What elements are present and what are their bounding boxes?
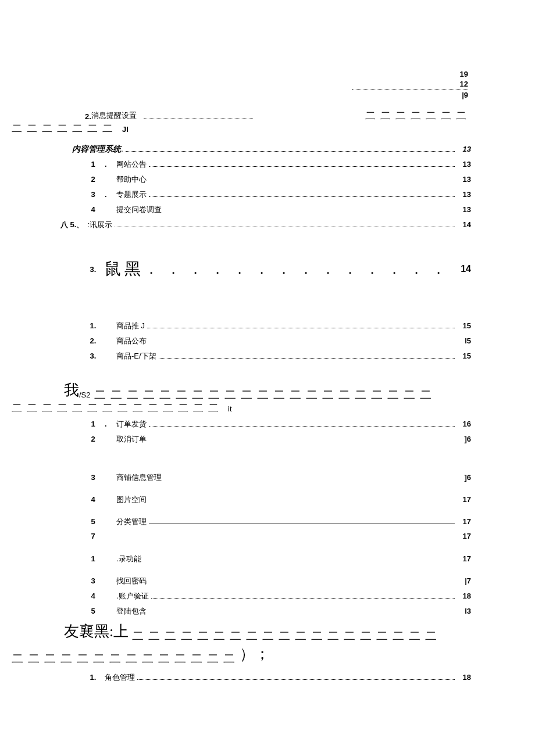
wide-dots: ．．．．．．．．．．．．．．．．．．．．．．．．．．．． xyxy=(144,260,457,278)
page: 13 xyxy=(457,145,471,153)
toc-content: 2. 消息提醒设置 二二二二二二二 二二二二二二二 JI 内容管理系统 . 13… xyxy=(64,110,471,684)
num: 4 xyxy=(81,495,105,504)
num: 1. xyxy=(81,673,105,682)
label: 网站公告 xyxy=(116,159,147,170)
label: 鼠黑 xyxy=(105,258,144,280)
label: 消息提醒设置 xyxy=(91,110,137,121)
num: 2 xyxy=(81,435,105,443)
row-shuhei: 3. 鼠黑 ．．．．．．．．．．．．．．．．．．．．．．．．．．．． 14 xyxy=(64,258,471,280)
num: 3 xyxy=(81,576,105,585)
sep: . xyxy=(105,160,116,169)
label: 提交问卷调查 xyxy=(116,205,162,215)
label: .录功能 xyxy=(116,554,141,564)
toc-row: 3找回密码|7 xyxy=(64,576,471,587)
toc-row: 2帮助中心13 xyxy=(64,174,471,186)
num: 4 xyxy=(81,592,105,600)
ji-suffix: JI xyxy=(122,125,129,134)
rows2-container: 1.商品推 J152.商品公布I53.商品-E/下架15 xyxy=(64,321,471,363)
page: |7 xyxy=(457,576,471,585)
page: 15 xyxy=(457,352,471,360)
toc-row: 4.账户验证18 xyxy=(64,591,471,603)
label: :讯展示 xyxy=(87,220,112,230)
dash-it-line: 二二二二二二二二二二二二二二 it xyxy=(12,403,471,413)
label: 帮助中心 xyxy=(116,174,147,185)
paren-suffix: ）； xyxy=(240,644,270,664)
label: 找回密码 xyxy=(116,576,147,586)
sep: . xyxy=(105,420,116,428)
num: 1 xyxy=(81,420,105,428)
label: 内容管理系统 xyxy=(72,144,121,155)
label: 商品-E/下架 xyxy=(116,351,156,361)
page: 18 xyxy=(457,673,471,682)
toc-row: 1.网站公告13 xyxy=(64,159,471,171)
num: 八 5.、 xyxy=(60,220,84,230)
dash-paren-line: 二二二二二二二二二二二二二二 ）； xyxy=(12,644,471,664)
row-youxiang: 友襄黑:上 二二二二二二二二二二二二二二二二二二二 xyxy=(64,621,471,642)
label: .账户验证 xyxy=(116,591,149,601)
num: 5 xyxy=(81,607,105,615)
num: 1 xyxy=(81,160,105,169)
toc-row: 3.专题展示13 xyxy=(64,189,471,201)
wo: 我 xyxy=(64,380,79,400)
num: 5 xyxy=(81,517,105,526)
row-msg-setting: 2. 消息提醒设置 二二二二二二二 xyxy=(64,110,471,121)
rows1-container: 1.网站公告132帮助中心133.专题展示134提交问卷调查13 xyxy=(64,159,471,216)
num: 1 xyxy=(81,554,105,563)
num: 4 xyxy=(81,205,105,214)
page: 16 xyxy=(457,420,471,428)
label: 订单发货 xyxy=(116,419,147,429)
toc-row: 2.商品公布I5 xyxy=(64,336,471,347)
toc-row: 5分类管理17 xyxy=(64,517,471,528)
page: 13 xyxy=(457,205,471,214)
page-number-block: 19 12 |9 xyxy=(352,70,468,99)
pg-19: 19 xyxy=(352,70,468,78)
num: 2. xyxy=(85,112,91,121)
pg-12: 12 xyxy=(352,80,468,89)
num: 3. xyxy=(81,352,105,360)
sep: . xyxy=(105,190,116,199)
row-cms: 内容管理系统 . 13 xyxy=(64,144,471,156)
dash-left: 二二二二二二二 xyxy=(12,123,117,134)
row-role: 1. 角色管理 18 xyxy=(64,672,471,684)
label: 商品推 J xyxy=(116,321,145,331)
label: 取消订单 xyxy=(116,434,147,445)
label: 分类管理 xyxy=(116,517,147,527)
toc-row: 2取消订单]6 xyxy=(64,434,471,446)
page: 17 xyxy=(457,554,471,563)
rows3-container: 1.订单发货162取消订单]6 xyxy=(64,419,471,446)
label: 图片空间 xyxy=(116,495,147,505)
label: 专题展示 xyxy=(116,189,147,200)
page: 18 xyxy=(457,592,471,600)
toc-row: 1.订单发货16 xyxy=(64,419,471,431)
num: 3. xyxy=(81,265,105,274)
page: 17 xyxy=(457,532,471,540)
dash-right: 二二二二二二二 xyxy=(365,110,471,121)
toc-row: 5登陆包含I3 xyxy=(64,606,471,618)
page: 15 xyxy=(457,321,471,330)
row-xun: 八 5.、 :讯展示 14 xyxy=(60,220,471,231)
page: 13 xyxy=(457,175,471,184)
page: 14 xyxy=(457,220,471,229)
page: 13 xyxy=(457,160,471,169)
num: 7 xyxy=(81,532,105,540)
toc-row: 3商铺信息管理]6 xyxy=(64,472,471,484)
page: 17 xyxy=(457,495,471,504)
toc-row: 717 xyxy=(64,532,471,543)
label: 友襄黑:上 xyxy=(64,621,129,642)
pg-9: |9 xyxy=(352,91,468,99)
dash-ji-line: 二二二二二二二 JI xyxy=(12,123,471,134)
page: ]6 xyxy=(457,473,471,482)
label: 登陆包含 xyxy=(116,606,147,617)
page: I5 xyxy=(457,336,471,345)
page: 17 xyxy=(457,517,471,526)
toc-row: 1.商品推 J15 xyxy=(64,321,471,332)
num: 3 xyxy=(81,473,105,482)
it-suffix: it xyxy=(228,404,232,413)
page: I3 xyxy=(457,607,471,615)
num: 1. xyxy=(81,321,105,330)
rows4-container: 3商铺信息管理]64图片空间175分类管理177171.录功能173找回密码|7… xyxy=(64,472,471,618)
label: 角色管理 xyxy=(105,672,135,683)
row-wo-s2: 我 /S2 二二二二二二二二二二二二二二二二二二二二二 xyxy=(64,380,471,400)
num: 3 xyxy=(81,190,105,199)
toc-row: 3.商品-E/下架15 xyxy=(64,351,471,363)
